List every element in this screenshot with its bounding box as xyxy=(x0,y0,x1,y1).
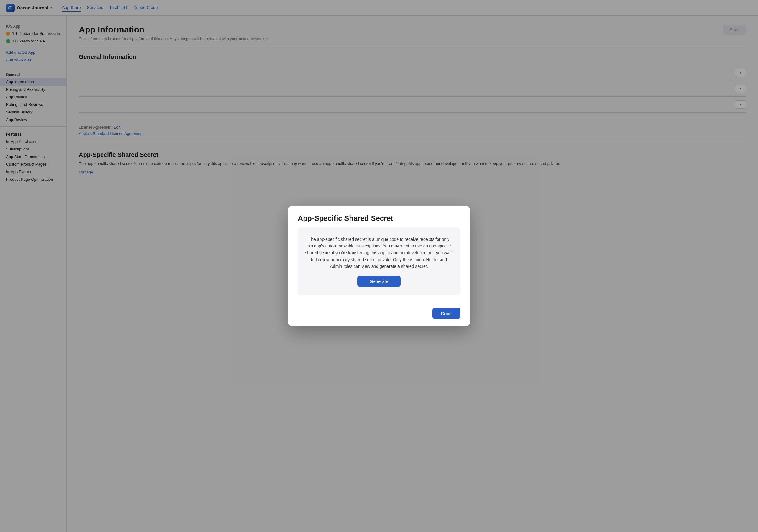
modal-overlay[interactable]: App-Specific Shared Secret The app-speci… xyxy=(0,0,758,532)
done-button[interactable]: Done xyxy=(432,308,460,319)
generate-button[interactable]: Generate xyxy=(358,276,401,287)
modal-body: The app-specific shared secret is a uniq… xyxy=(288,228,470,303)
modal-title: App-Specific Shared Secret xyxy=(298,214,460,223)
modal-header: App-Specific Shared Secret xyxy=(288,206,470,228)
modal-info-box: The app-specific shared secret is a uniq… xyxy=(298,228,460,296)
modal-info-text: The app-specific shared secret is a uniq… xyxy=(305,236,453,270)
modal-footer: Done xyxy=(288,303,470,326)
modal: App-Specific Shared Secret The app-speci… xyxy=(288,206,470,327)
